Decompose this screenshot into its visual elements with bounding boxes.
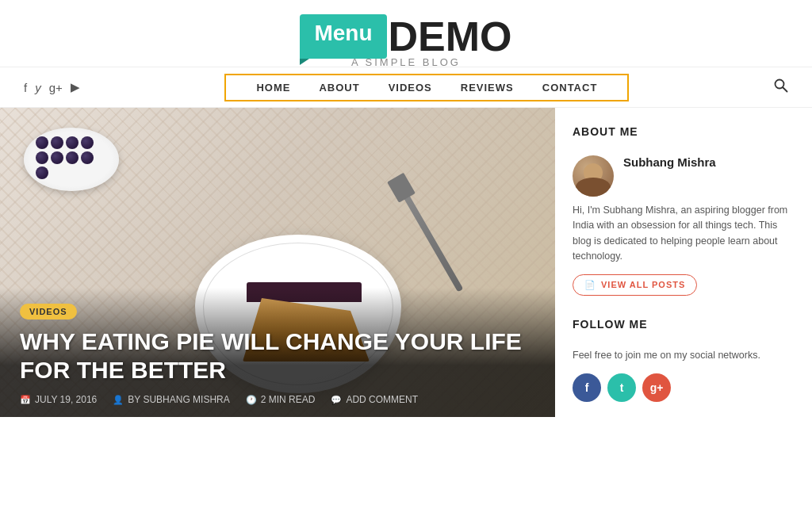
post-overlay: VIDEOS WHY EATING PIE WILL CHANGE YOUR L… xyxy=(0,288,555,417)
berry xyxy=(66,136,79,149)
comment-icon: 💬 xyxy=(331,395,342,405)
main-nav: HOME ABOUT VIDEOS REVIEWS CONTACT xyxy=(224,74,629,101)
svg-line-1 xyxy=(783,87,787,91)
berry xyxy=(81,136,94,149)
about-me-content: Subhang Mishra xyxy=(573,155,795,197)
main-content: VIDEOS WHY EATING PIE WILL CHANGE YOUR L… xyxy=(0,108,812,424)
facebook-topbar-icon[interactable]: f xyxy=(24,81,27,94)
menu-badge: Menu xyxy=(300,14,386,59)
follow-me-description: Feel free to join me on my social networ… xyxy=(573,348,795,363)
berry xyxy=(36,136,48,149)
youtube-topbar-icon[interactable]: ▶ xyxy=(71,80,80,94)
calendar-icon: 📅 xyxy=(20,395,31,405)
blueberries xyxy=(36,136,107,179)
site-header: Menu DEMO A Simple Blog xyxy=(0,0,812,67)
featured-post: VIDEOS WHY EATING PIE WILL CHANGE YOUR L… xyxy=(0,108,555,424)
site-subtitle: A Simple Blog xyxy=(0,56,812,68)
follow-me-section: FOLLOW ME Feel free to join me on my soc… xyxy=(573,318,795,403)
about-description: Hi, I'm Subhang Mishra, an aspiring blog… xyxy=(573,203,795,265)
add-comment-link[interactable]: 💬 ADD COMMENT xyxy=(331,394,418,405)
featured-image: VIDEOS WHY EATING PIE WILL CHANGE YOUR L… xyxy=(0,108,555,417)
berry xyxy=(36,151,48,164)
nav-reviews[interactable]: REVIEWS xyxy=(446,82,528,94)
site-logo: Menu DEMO A Simple Blog xyxy=(0,14,812,59)
about-right: Subhang Mishra xyxy=(623,155,795,174)
twitter-follow-button[interactable]: t xyxy=(607,373,636,402)
social-follow-icons: f t g+ xyxy=(573,373,795,402)
nav-videos[interactable]: VIDEOS xyxy=(374,82,446,94)
logo-text-wrap: DEMO A Simple Blog xyxy=(387,16,512,57)
blueberry-bowl xyxy=(24,128,119,191)
post-date: 📅 JULY 19, 2016 xyxy=(20,394,97,405)
svg-point-0 xyxy=(776,79,784,88)
facebook-follow-button[interactable]: f xyxy=(573,373,601,402)
nav-home[interactable]: HOME xyxy=(242,82,304,94)
about-me-title: ABOUT ME xyxy=(573,125,795,144)
avatar xyxy=(573,155,614,197)
berry xyxy=(36,166,48,179)
berry xyxy=(51,151,63,164)
nav-about[interactable]: ABOUT xyxy=(304,82,373,94)
top-bar: f y g+ ▶ HOME ABOUT VIDEOS REVIEWS CONTA… xyxy=(0,67,812,108)
post-title: WHY EATING PIE WILL CHANGE YOUR LIFE FOR… xyxy=(20,327,535,384)
googleplus-topbar-icon[interactable]: g+ xyxy=(49,81,63,94)
post-meta: 📅 JULY 19, 2016 👤 BY SUBHANG MISHRA 🕐 2 … xyxy=(20,394,535,405)
post-author: 👤 BY SUBHANG MISHRA xyxy=(113,394,229,405)
about-me-section: ABOUT ME Subhang Mishra Hi, I'm Subhang … xyxy=(573,125,795,296)
user-icon: 👤 xyxy=(113,395,124,405)
social-icons-bar: f y g+ ▶ xyxy=(24,80,80,94)
document-icon: 📄 xyxy=(584,280,596,290)
sidebar: ABOUT ME Subhang Mishra Hi, I'm Subhang … xyxy=(555,108,812,424)
site-title: DEMO xyxy=(389,16,512,57)
follow-me-title: FOLLOW ME xyxy=(573,318,795,337)
clock-icon: 🕐 xyxy=(246,395,257,405)
berry xyxy=(51,136,63,149)
post-read-time: 🕐 2 MIN READ xyxy=(246,394,316,405)
nav-contact[interactable]: CONTACT xyxy=(528,82,612,94)
author-name: Subhang Mishra xyxy=(623,155,795,169)
fork xyxy=(403,193,464,292)
post-category-badge[interactable]: VIDEOS xyxy=(20,304,77,319)
berry xyxy=(66,151,79,164)
view-all-posts-button[interactable]: 📄 VIEW ALL POSTS xyxy=(573,274,697,296)
googleplus-follow-button[interactable]: g+ xyxy=(642,373,671,402)
berry xyxy=(81,151,94,164)
twitter-topbar-icon[interactable]: y xyxy=(35,81,41,94)
search-icon[interactable] xyxy=(774,78,788,97)
